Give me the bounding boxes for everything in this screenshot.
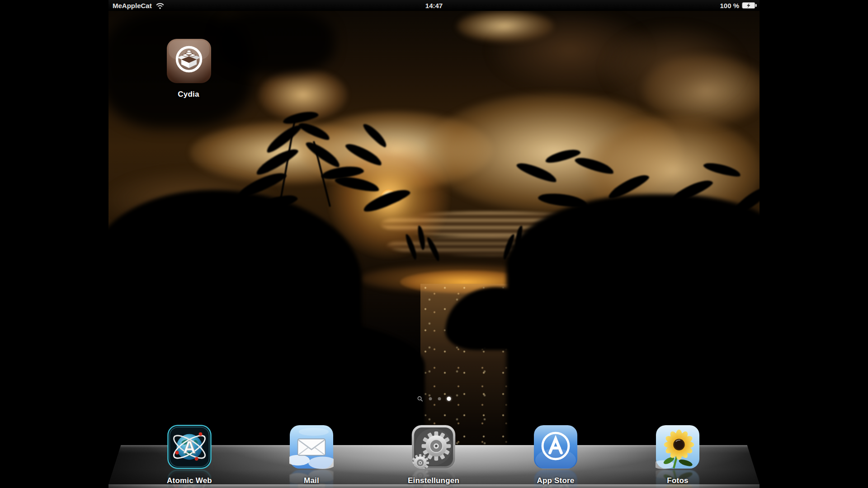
letterbox-right — [760, 0, 868, 488]
wallpaper-dark-cloud — [604, 25, 744, 111]
dock-icon-app-store[interactable]: App Store — [533, 425, 578, 469]
page-dot[interactable] — [429, 397, 432, 400]
page-dot[interactable] — [438, 397, 441, 400]
dock-icon-atomic-web[interactable]: Atomic Web — [167, 425, 212, 469]
video-frame: MeAppleCat 14:47 100 % — [0, 0, 868, 488]
gears-icon — [411, 425, 456, 469]
atom-globe-browser-icon — [167, 425, 212, 469]
battery-percent: 100 % — [720, 2, 739, 9]
app-label: Cydia — [178, 90, 199, 99]
battery-charging-icon — [742, 2, 757, 9]
app-icon-cydia[interactable]: Cydia — [166, 38, 211, 83]
clock: 14:47 — [425, 2, 443, 9]
plant-silhouette-mass — [217, 11, 335, 74]
dock-icon-settings[interactable]: Einstellungen — [411, 425, 456, 469]
envelope-icon — [289, 425, 334, 469]
sunflower-icon — [656, 425, 700, 469]
page-dot-active — [447, 397, 451, 401]
dock-label: Einstellungen — [408, 476, 459, 485]
ipad-screen: MeAppleCat 14:47 100 % — [108, 0, 760, 488]
dock-label: Mail — [304, 476, 319, 485]
dock-icon-mail[interactable]: Mail — [289, 425, 334, 469]
letterbox-left — [0, 0, 108, 488]
dock-label: Atomic Web — [167, 476, 212, 485]
cydia-package-box-icon — [166, 38, 212, 84]
dock-icon-photos[interactable]: Fotos — [656, 425, 700, 469]
dock-label: App Store — [537, 476, 574, 485]
app-store-a-icon — [533, 425, 578, 469]
status-bar: MeAppleCat 14:47 100 % — [108, 0, 760, 11]
page-indicator[interactable] — [417, 396, 451, 402]
search-icon[interactable] — [417, 396, 423, 402]
dock-label: Fotos — [667, 476, 688, 485]
